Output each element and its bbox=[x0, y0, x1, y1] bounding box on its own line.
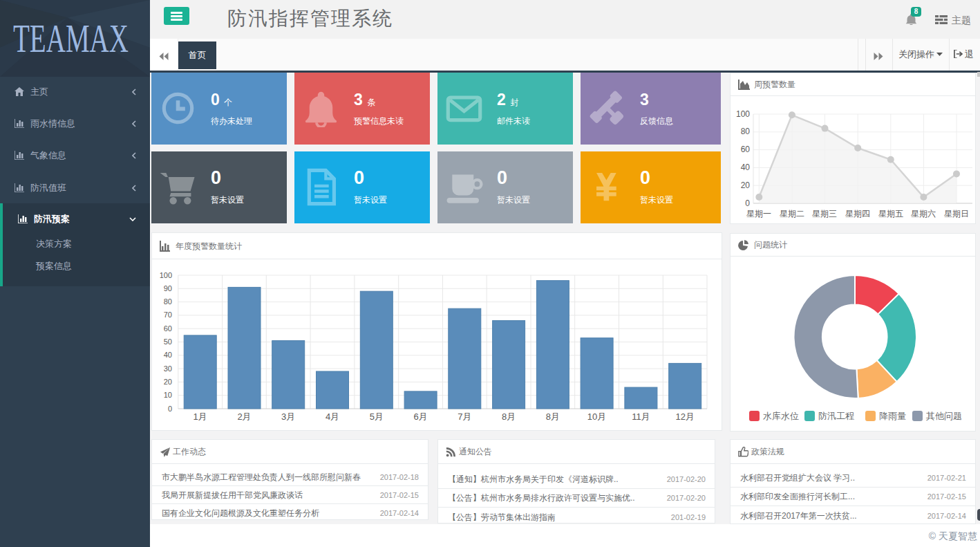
svg-text:20: 20 bbox=[164, 378, 172, 386]
svg-text:7月: 7月 bbox=[458, 411, 471, 422]
svg-text:8月: 8月 bbox=[502, 411, 516, 422]
svg-text:星期日: 星期日 bbox=[944, 209, 969, 219]
svg-text:防汛工程: 防汛工程 bbox=[818, 411, 854, 421]
svg-text:10月: 10月 bbox=[587, 411, 606, 422]
svg-text:0: 0 bbox=[168, 405, 172, 413]
svg-text:3月: 3月 bbox=[281, 411, 295, 422]
svg-text:80: 80 bbox=[164, 297, 172, 306]
svg-text:100: 100 bbox=[160, 271, 172, 279]
svg-text:星期六: 星期六 bbox=[911, 209, 936, 219]
svg-text:8月: 8月 bbox=[546, 411, 560, 422]
svg-text:20: 20 bbox=[741, 180, 751, 190]
svg-text:50: 50 bbox=[164, 337, 172, 346]
svg-text:5月: 5月 bbox=[370, 411, 384, 422]
svg-text:星期一: 星期一 bbox=[746, 209, 771, 219]
svg-text:2月: 2月 bbox=[237, 411, 251, 422]
svg-text:60: 60 bbox=[741, 145, 751, 154]
svg-text:其他问题: 其他问题 bbox=[926, 411, 962, 421]
svg-text:星期三: 星期三 bbox=[812, 209, 837, 219]
svg-text:0: 0 bbox=[745, 198, 750, 208]
svg-text:90: 90 bbox=[164, 284, 172, 293]
svg-text:70: 70 bbox=[164, 310, 172, 319]
svg-text:60: 60 bbox=[164, 324, 172, 333]
svg-text:11月: 11月 bbox=[632, 411, 650, 422]
svg-text:降雨量: 降雨量 bbox=[879, 411, 906, 421]
svg-text:1月: 1月 bbox=[194, 411, 207, 422]
svg-text:40: 40 bbox=[741, 163, 751, 172]
svg-text:星期二: 星期二 bbox=[780, 209, 804, 219]
svg-text:10: 10 bbox=[164, 391, 172, 399]
svg-text:6月: 6月 bbox=[413, 411, 427, 422]
svg-text:12月: 12月 bbox=[675, 411, 694, 422]
svg-text:星期五: 星期五 bbox=[878, 209, 903, 219]
svg-text:80: 80 bbox=[741, 127, 751, 136]
svg-text:40: 40 bbox=[164, 351, 172, 359]
svg-text:4月: 4月 bbox=[326, 411, 339, 422]
svg-text:水库水位: 水库水位 bbox=[763, 411, 799, 421]
svg-text:100: 100 bbox=[736, 109, 750, 119]
svg-text:星期四: 星期四 bbox=[845, 209, 870, 219]
svg-text:30: 30 bbox=[164, 364, 172, 373]
